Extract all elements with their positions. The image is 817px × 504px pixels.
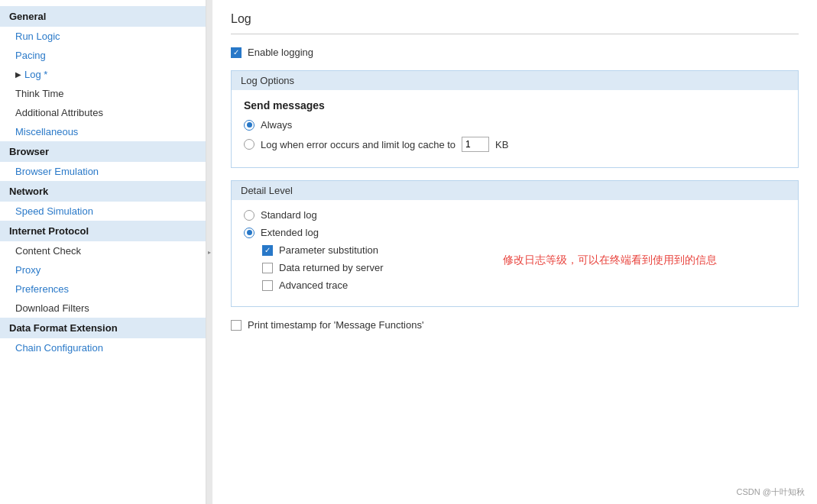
sidebar-item-pacing[interactable]: Pacing [0, 46, 206, 65]
enable-logging-label: Enable logging [248, 47, 313, 58]
print-timestamp-label: Print timestamp for 'Message Functions' [248, 319, 423, 331]
log-options-content: Send messages Always Log when error occu… [232, 90, 798, 167]
sidebar-item-label: Log * [24, 69, 47, 80]
sidebar-item-label: Browser Emulation [15, 166, 99, 177]
log-options-header: Log Options [232, 71, 798, 90]
sidebar-item-miscellaneous[interactable]: Miscellaneous [0, 122, 206, 141]
radio-always[interactable] [244, 120, 255, 131]
sidebar-item-proxy[interactable]: Proxy [0, 260, 206, 279]
sidebar-item-label: Preferences [15, 283, 69, 295]
advanced-trace-label: Advanced trace [279, 279, 348, 291]
print-timestamp-row: Print timestamp for 'Message Functions' [231, 319, 799, 331]
sidebar: GeneralRun LogicPacing▶Log *Think TimeAd… [0, 0, 206, 504]
sidebar-group-general: General [0, 6, 206, 27]
sidebar-item-browser-emulation[interactable]: Browser Emulation [0, 162, 206, 181]
sidebar-item-label: Additional Attributes [15, 107, 103, 118]
sidebar-group-internet-protocol: Internet Protocol [0, 221, 206, 241]
watermark: CSDN @十叶知秋 [737, 486, 805, 498]
sidebar-item-content-check[interactable]: Content Check [0, 241, 206, 260]
annotation-text: 修改日志等级，可以在终端看到使用到的信息 [503, 254, 717, 267]
sidebar-item-label: Chain Configuration [15, 342, 103, 354]
sidebar-item-label: Speed Simulation [15, 205, 93, 217]
parameter-substitution-label: Parameter substitution [279, 244, 378, 256]
radio-standard-label: Standard log [261, 209, 317, 221]
radio-extended-row: Extended log [244, 227, 786, 238]
data-returned-label: Data returned by server [279, 262, 384, 273]
advanced-trace-row: Advanced trace [262, 279, 786, 291]
sidebar-item-label: Run Logic [15, 31, 60, 42]
arrow-icon: ▶ [15, 70, 21, 79]
sidebar-item-speed-simulation[interactable]: Speed Simulation [0, 202, 206, 221]
radio-error-row: Log when error occurs and limit log cach… [244, 137, 786, 152]
sidebar-group-network: Network [0, 181, 206, 202]
sidebar-item-label: Pacing [15, 50, 46, 61]
enable-logging-row: Enable logging [231, 47, 799, 58]
radio-always-label: Always [261, 119, 292, 131]
sidebar-group-browser: Browser [0, 141, 206, 162]
send-messages-title: Send messages [244, 99, 786, 111]
radio-extended-label: Extended log [261, 227, 319, 238]
print-timestamp-checkbox[interactable] [231, 320, 242, 331]
sidebar-item-label: Miscellaneous [15, 126, 78, 137]
sidebar-item-label: Proxy [15, 264, 41, 276]
sidebar-item-log-[interactable]: ▶Log * [0, 65, 206, 84]
data-returned-checkbox[interactable] [262, 263, 273, 273]
cache-size-input[interactable] [462, 137, 489, 152]
sidebar-item-additional-attributes[interactable]: Additional Attributes [0, 103, 206, 122]
radio-extended[interactable] [244, 228, 255, 238]
sidebar-item-preferences[interactable]: Preferences [0, 279, 206, 299]
sidebar-item-download-filters[interactable]: Download Filters [0, 299, 206, 318]
page-title: Log [231, 12, 799, 26]
cache-unit-label: KB [495, 139, 508, 150]
sidebar-item-run-logic[interactable]: Run Logic [0, 27, 206, 46]
radio-standard[interactable] [244, 210, 255, 221]
radio-always-row: Always [244, 119, 786, 131]
sidebar-item-label: Think Time [15, 88, 64, 99]
resize-handle[interactable] [206, 0, 212, 504]
title-divider [231, 34, 799, 34]
parameter-substitution-checkbox[interactable] [262, 245, 273, 256]
main-content: Log Enable logging Log Options Send mess… [212, 0, 817, 504]
sidebar-group-data-format-extension: Data Format Extension [0, 318, 206, 338]
radio-error[interactable] [244, 139, 255, 150]
sidebar-item-chain-configuration[interactable]: Chain Configuration [0, 338, 206, 357]
radio-standard-row: Standard log [244, 209, 786, 221]
sidebar-item-label: Download Filters [15, 302, 89, 314]
log-options-section: Log Options Send messages Always Log whe… [231, 70, 799, 168]
detail-level-section: Detail Level Standard log Extended log P… [231, 180, 799, 307]
advanced-trace-checkbox[interactable] [262, 280, 273, 291]
sidebar-item-think-time[interactable]: Think Time [0, 84, 206, 103]
enable-logging-checkbox[interactable] [231, 47, 242, 58]
radio-error-label: Log when error occurs and limit log cach… [261, 139, 456, 150]
sidebar-item-label: Content Check [15, 245, 81, 257]
detail-level-header: Detail Level [232, 181, 798, 200]
